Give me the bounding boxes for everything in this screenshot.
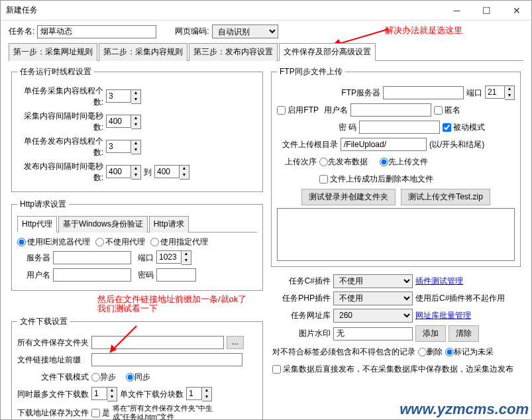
- download-settings-group: 文件下载设置 所有文件保存文件夹... 文件链接地址前缀 文件下载模式 异步 同…: [11, 316, 263, 420]
- maximize-button[interactable]: ☐: [472, 1, 502, 21]
- subtab-winauth[interactable]: 基于Windows身份验证: [58, 216, 148, 233]
- radio-async[interactable]: 异步: [91, 372, 116, 383]
- tab-step4[interactable]: 文件保存及部分高级设置: [279, 43, 376, 61]
- ftp-pass-input[interactable]: [359, 121, 440, 134]
- ftp-settings-group: FTP同步文件上传 FTP服务器 端口▲▼ 启用FTP 用户名 匿名 密 码 被…: [271, 66, 521, 267]
- single-publish-threads[interactable]: [106, 140, 131, 153]
- url-prefix-input[interactable]: [91, 353, 242, 366]
- radio-upload-first[interactable]: 先上传文件: [380, 156, 428, 168]
- ftp-root-input[interactable]: [341, 138, 427, 151]
- browse-button[interactable]: ...: [227, 336, 244, 349]
- tab-step1[interactable]: 第一步：采集网址规则: [9, 43, 97, 61]
- subtab-proxy[interactable]: Http代理: [17, 216, 57, 233]
- btn-wm-add[interactable]: 添加: [415, 325, 446, 342]
- checkbox-saveas[interactable]: 是: [91, 407, 110, 419]
- publish-interval-to[interactable]: [154, 165, 180, 178]
- checkbox-direct-publish[interactable]: 采集数据后直接发布，不在采集数据库中保存数据，边采集边发布: [272, 364, 513, 375]
- btn-test-login[interactable]: 测试登录并创建文件夹: [301, 189, 396, 205]
- spin-down-icon[interactable]: ▼: [131, 97, 140, 103]
- radio-custom-proxy[interactable]: 使用指定代理: [150, 236, 208, 248]
- radio-no-proxy[interactable]: 不使用代理: [95, 236, 145, 248]
- proxy-user-input[interactable]: [53, 268, 131, 282]
- save-folder-input[interactable]: [91, 336, 224, 349]
- radio-mark[interactable]: 标记为未采: [445, 346, 494, 358]
- encoding-select[interactable]: 自动识别: [212, 25, 278, 38]
- btn-test-upload[interactable]: 测试上传文件Test.zip: [401, 189, 490, 205]
- task-name-input[interactable]: [37, 25, 156, 38]
- link-urldb-manage[interactable]: 网址库批量管理: [415, 310, 471, 321]
- http-settings-group: Http请求设置 Http代理 基于Windows身份验证 Http请求 使用I…: [11, 199, 263, 291]
- tab-step2[interactable]: 第二步：采集内容规则: [99, 43, 187, 61]
- tab-step3[interactable]: 第三步：发布内容设置: [189, 43, 278, 61]
- checkbox-anon[interactable]: 匿名: [434, 105, 460, 116]
- checkbox-enable-ftp[interactable]: 启用FTP: [277, 105, 319, 116]
- checkbox-delete-after[interactable]: 文件上传成功后删除本地文件: [319, 174, 433, 185]
- checkbox-passive[interactable]: 被动模式: [443, 122, 485, 133]
- thread-settings-group: 任务运行时线程设置 单任务采集内容线程个数:▲▼ 采集内容间隔时间毫秒数:▲▼ …: [11, 66, 263, 192]
- radio-sync[interactable]: 同步: [126, 372, 150, 383]
- annotation-text-1: 解决办法就是选这里: [385, 25, 462, 36]
- single-collect-threads[interactable]: [106, 89, 131, 103]
- watermark-input[interactable]: [333, 327, 413, 341]
- close-button[interactable]: ✕: [502, 1, 531, 21]
- radio-ie-proxy[interactable]: 使用IE浏览器代理: [17, 236, 90, 248]
- max-downloads[interactable]: [91, 387, 107, 400]
- ftp-log-area[interactable]: [277, 208, 515, 261]
- radio-delete[interactable]: 删除: [418, 346, 443, 358]
- ftp-user-input[interactable]: [350, 103, 431, 117]
- proxy-pass-input[interactable]: [156, 268, 196, 282]
- ftp-port[interactable]: [485, 85, 505, 99]
- chunk-count[interactable]: [186, 387, 202, 400]
- encoding-label: 网页编码:: [175, 26, 209, 37]
- cs-plugin-select[interactable]: 不使用: [333, 274, 413, 288]
- window-title: 新建任务: [6, 5, 442, 16]
- btn-wm-clear[interactable]: 清除: [449, 325, 479, 342]
- proxy-port[interactable]: [156, 250, 182, 264]
- collect-interval[interactable]: [106, 115, 131, 128]
- task-name-label: 任务名:: [9, 26, 34, 37]
- publish-interval-from[interactable]: [106, 165, 131, 178]
- subtab-request[interactable]: Http请求: [149, 216, 189, 233]
- ftp-server-input[interactable]: [383, 86, 464, 99]
- minimize-button[interactable]: ─: [442, 1, 472, 21]
- radio-publish-first[interactable]: 先发布数据: [319, 156, 368, 168]
- annotation-text-2: 然后在文件链接地址前缀加一条/就ok了我们测试看一下: [97, 295, 349, 313]
- spin-up-icon[interactable]: ▲: [131, 90, 140, 97]
- link-plugin-manage[interactable]: 插件测试管理: [415, 276, 463, 287]
- watermark-text: www.yzmcms.com: [399, 401, 529, 418]
- proxy-server-input[interactable]: [53, 251, 131, 264]
